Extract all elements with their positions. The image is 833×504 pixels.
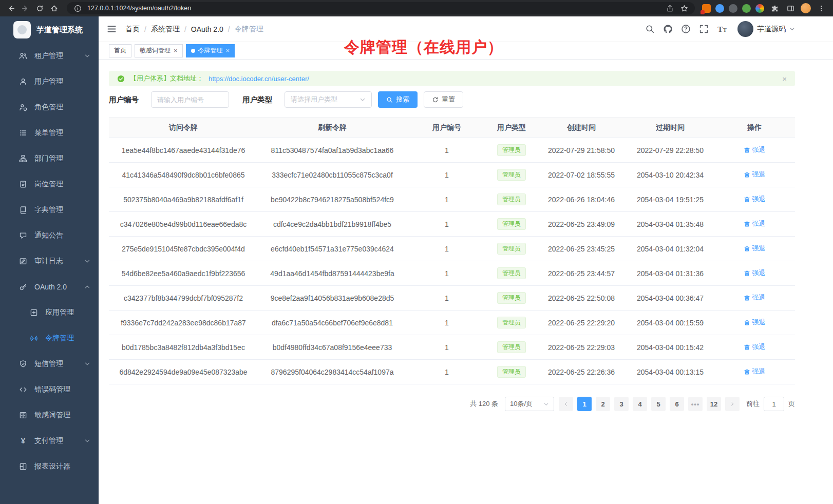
sidebar-item[interactable]: OAuth 2.0 bbox=[0, 274, 99, 300]
extension-icon[interactable] bbox=[702, 4, 711, 13]
audit-icon bbox=[19, 257, 27, 265]
question-icon[interactable] bbox=[681, 24, 691, 34]
url-bar[interactable]: 127.0.0.1:1024/system/oauth2/token bbox=[67, 2, 695, 14]
extension-icon[interactable] bbox=[729, 4, 737, 13]
sidebar-item[interactable]: 岗位管理 bbox=[0, 171, 99, 197]
breadcrumb-item[interactable]: 首页 bbox=[125, 25, 140, 34]
sidebar-item[interactable]: 通知公告 bbox=[0, 223, 99, 248]
reset-button[interactable]: 重置 bbox=[424, 91, 463, 108]
share-icon[interactable] bbox=[664, 3, 675, 14]
page-ellipsis[interactable]: ••• bbox=[688, 397, 703, 411]
sidebar-item[interactable]: 报表设计器 bbox=[0, 454, 99, 479]
page-button-4[interactable]: 4 bbox=[633, 397, 647, 411]
user-type-badge: 管理员 bbox=[497, 243, 526, 255]
sidebar-item[interactable]: 租户管理 bbox=[0, 43, 99, 69]
force-logout-button[interactable]: 强退 bbox=[744, 293, 766, 302]
user-id-cell: 1 bbox=[407, 187, 487, 212]
breadcrumb-item[interactable]: 系统管理 bbox=[151, 25, 180, 34]
goto-suffix: 页 bbox=[788, 399, 795, 409]
table-row: 502375b8040a469a9b82188afdf6af1fbe90422b… bbox=[109, 187, 795, 212]
extension-icon[interactable] bbox=[755, 4, 764, 13]
force-logout-button[interactable]: 强退 bbox=[744, 219, 766, 228]
doc-link[interactable]: https://doc.iocoder.cn/user-center/ bbox=[209, 75, 309, 83]
close-icon[interactable]: × bbox=[782, 75, 787, 83]
sidebar-item-label: 报表设计器 bbox=[34, 462, 90, 471]
font-size-icon[interactable]: TT bbox=[717, 24, 727, 34]
app-logo[interactable]: 芋道管理系统 bbox=[0, 16, 99, 43]
sidebar-item[interactable]: 角色管理 bbox=[0, 94, 99, 120]
user-type-cell: 管理员 bbox=[487, 187, 536, 212]
back-icon[interactable] bbox=[5, 3, 16, 14]
sidebar-item[interactable]: 敏感词管理 bbox=[0, 402, 99, 428]
user-id-cell: 1 bbox=[407, 261, 487, 286]
trash-icon bbox=[744, 369, 750, 375]
user-id-cell: 1 bbox=[407, 138, 487, 163]
search-button[interactable]: 搜索 bbox=[378, 91, 418, 108]
sidebar-item[interactable]: 短信管理 bbox=[0, 351, 99, 377]
force-logout-button[interactable]: 强退 bbox=[744, 268, 766, 278]
page-button-3[interactable]: 3 bbox=[614, 397, 629, 411]
page-tab[interactable]: 敏感词管理× bbox=[135, 44, 183, 57]
refresh-token-cell: 811c530487574fa0af1a59d3abc1aa66 bbox=[258, 138, 407, 163]
force-logout-button[interactable]: 强退 bbox=[744, 244, 766, 253]
table-row: 41c41346a548490f9dc8b01c6bfe0865333ecfc7… bbox=[109, 163, 795, 187]
create-time-cell: 2022-06-25 23:49:09 bbox=[536, 212, 627, 237]
close-icon[interactable]: × bbox=[174, 47, 178, 54]
sidebar-item[interactable]: 审计日志 bbox=[0, 248, 99, 274]
user-id-input[interactable] bbox=[151, 91, 229, 108]
github-icon[interactable] bbox=[663, 24, 673, 34]
extensions-puzzle-icon[interactable] bbox=[769, 3, 780, 14]
user-type-select[interactable]: 请选择用户类型 bbox=[285, 91, 372, 108]
sidebar-item-label: 岗位管理 bbox=[34, 180, 90, 189]
page-button-2[interactable]: 2 bbox=[596, 397, 610, 411]
page-tab[interactable]: 首页 bbox=[109, 44, 131, 57]
page-tab[interactable]: 令牌管理× bbox=[186, 44, 235, 57]
force-logout-button[interactable]: 强退 bbox=[744, 195, 766, 204]
fullscreen-icon[interactable] bbox=[699, 24, 709, 34]
home-icon[interactable] bbox=[48, 3, 60, 14]
sidebar-item[interactable]: 菜单管理 bbox=[0, 120, 99, 146]
bookmark-star-icon[interactable] bbox=[678, 3, 690, 14]
action-cell: 强退 bbox=[714, 335, 795, 360]
extension-icon[interactable] bbox=[715, 4, 724, 13]
force-logout-button[interactable]: 强退 bbox=[744, 342, 766, 352]
page-button-1[interactable]: 1 bbox=[577, 397, 592, 411]
extension-icon[interactable] bbox=[742, 4, 751, 13]
sidebar-item[interactable]: 字典管理 bbox=[0, 197, 99, 223]
prev-page-button[interactable] bbox=[559, 397, 573, 411]
sidebar-item[interactable]: 用户管理 bbox=[0, 69, 99, 94]
sidebar-item[interactable]: ¥支付管理 bbox=[0, 428, 99, 454]
filter-bar: 用户编号 用户类型 请选择用户类型 搜索 重置 bbox=[109, 91, 795, 108]
browser-profile-avatar[interactable] bbox=[801, 3, 811, 13]
breadcrumb-item[interactable]: OAuth 2.0 bbox=[191, 25, 223, 33]
close-icon[interactable]: × bbox=[226, 47, 230, 54]
page-size-select[interactable]: 10条/页 bbox=[505, 397, 554, 411]
total-count: 共 120 条 bbox=[470, 399, 498, 409]
menu-fold-icon[interactable] bbox=[107, 24, 117, 34]
side-panel-icon[interactable] bbox=[785, 3, 796, 14]
search-icon[interactable] bbox=[645, 24, 655, 34]
page-button-6[interactable]: 6 bbox=[670, 397, 684, 411]
sidebar-item[interactable]: 部门管理 bbox=[0, 146, 99, 171]
forward-icon[interactable] bbox=[20, 3, 31, 14]
browser-menu-icon[interactable] bbox=[816, 3, 827, 14]
force-logout-button[interactable]: 强退 bbox=[744, 318, 766, 327]
force-logout-button[interactable]: 强退 bbox=[744, 145, 766, 154]
next-page-button[interactable] bbox=[725, 397, 740, 411]
force-logout-button[interactable]: 强退 bbox=[744, 170, 766, 179]
force-logout-button[interactable]: 强退 bbox=[744, 367, 766, 376]
expire-time-cell: 2054-03-04 19:51:25 bbox=[627, 187, 714, 212]
user-menu[interactable]: 芋道源码 bbox=[737, 21, 795, 37]
trash-icon bbox=[744, 221, 750, 227]
sidebar-item[interactable]: 错误码管理 bbox=[0, 377, 99, 402]
sidebar-item-label: 支付管理 bbox=[34, 436, 77, 445]
page-button-5[interactable]: 5 bbox=[651, 397, 666, 411]
info-icon[interactable] bbox=[72, 3, 83, 14]
sidebar-item[interactable]: 应用管理 bbox=[0, 300, 99, 325]
expire-time-cell: 2054-03-04 00:15:42 bbox=[627, 335, 714, 360]
url-text: 127.0.0.1:1024/system/oauth2/token bbox=[87, 5, 191, 12]
page-button-12[interactable]: 12 bbox=[707, 397, 721, 411]
sidebar-item[interactable]: 令牌管理 bbox=[0, 325, 99, 351]
goto-page-input[interactable] bbox=[764, 397, 784, 411]
reload-icon[interactable] bbox=[34, 3, 45, 14]
